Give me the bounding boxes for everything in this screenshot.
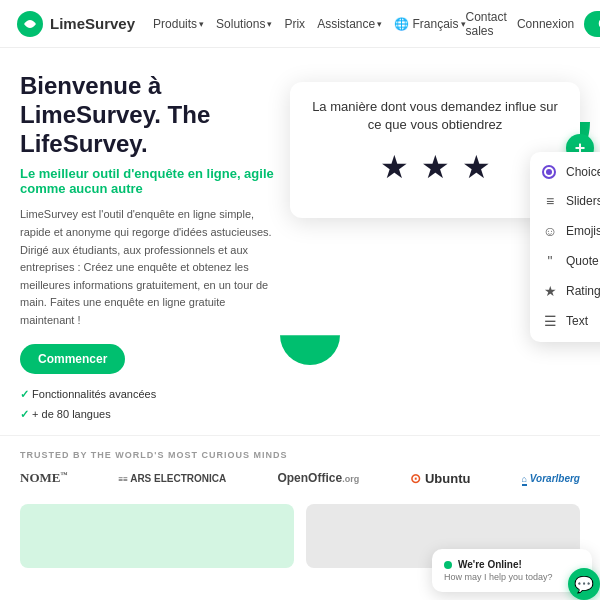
hero-title: Bienvenue à LimeSurvey. The LifeSurvey.: [20, 72, 274, 158]
star-3[interactable]: ★: [462, 148, 491, 186]
trusted-section: TRUSTED BY THE WORLD'S MOST CURIOUS MIND…: [0, 435, 600, 494]
nav-cta-button[interactable]: Commencez: [584, 11, 600, 37]
quote-icon: ": [542, 253, 558, 269]
preview-card-green: [20, 504, 294, 568]
survey-question: La manière dont vous demandez influe sur…: [306, 98, 564, 134]
chat-status: We're Online!: [458, 559, 522, 570]
chat-header: We're Online!: [444, 559, 580, 570]
logo-openoffice: OpenOffice.org: [277, 471, 359, 485]
hero-right: La manière dont vous demandez influe sur…: [290, 72, 580, 425]
dropdown-item-choice[interactable]: Choice: [530, 158, 600, 186]
feature-2: + de 80 langues: [20, 404, 274, 425]
hero-description: LimeSurvey est l'outil d'enquête en lign…: [20, 206, 274, 329]
rating-icon: ★: [542, 283, 558, 299]
survey-card: La manière dont vous demandez influe sur…: [290, 82, 580, 218]
quote-label: Quote: [566, 254, 599, 268]
chat-message: How may I help you today?: [444, 572, 580, 582]
dropdown-item-rating[interactable]: ★ Rating: [530, 276, 600, 306]
stars-row: ★ ★ ★: [306, 148, 564, 186]
logo-nome: NOME™: [20, 470, 67, 486]
logo-vorarlberg: ⌂ Vorarlberg: [522, 473, 580, 484]
nav-contact[interactable]: Contact sales: [466, 10, 507, 38]
nav-language[interactable]: 🌐 Français ▾: [394, 17, 465, 31]
nav-produits[interactable]: Produits ▾: [153, 17, 204, 31]
hero-subtitle: Le meilleur outil d'enquête en ligne, ag…: [20, 166, 274, 196]
feature-1: Fonctionnalités avancées: [20, 384, 274, 405]
choice-label: Choice: [566, 165, 600, 179]
question-type-dropdown: Choice ≡ Sliders ☺ Emojis " Quote: [530, 152, 600, 342]
hero-section: Bienvenue à LimeSurvey. The LifeSurvey. …: [0, 48, 600, 435]
hero-left: Bienvenue à LimeSurvey. The LifeSurvey. …: [20, 72, 274, 425]
logo[interactable]: LimeSurvey: [16, 10, 135, 38]
star-1[interactable]: ★: [380, 148, 409, 186]
emojis-label: Emojis: [566, 224, 600, 238]
logo-ubuntu: ⊙ Ubuntu: [410, 471, 470, 486]
green-decoration-small: [280, 305, 340, 365]
text-label: Text: [566, 314, 588, 328]
emojis-icon: ☺: [542, 223, 558, 239]
choice-icon: [542, 165, 558, 179]
dropdown-item-text[interactable]: ☰ Text: [530, 306, 600, 336]
rating-label: Rating: [566, 284, 600, 298]
sliders-label: Sliders: [566, 194, 600, 208]
dropdown-item-quote[interactable]: " Quote: [530, 246, 600, 276]
online-indicator: [444, 561, 452, 569]
navbar: LimeSurvey Produits ▾ Solutions ▾ Prix A…: [0, 0, 600, 48]
hero-features: Fonctionnalités avancées + de 80 langues: [20, 384, 274, 426]
logo-text: LimeSurvey: [50, 15, 135, 32]
logos-row: NOME™ ≡≡ ARS ELECTRONICA OpenOffice.org …: [20, 470, 580, 486]
sliders-icon: ≡: [542, 193, 558, 209]
dropdown-item-sliders[interactable]: ≡ Sliders: [530, 186, 600, 216]
nav-right: Contact sales Connexion Commencez: [466, 10, 600, 38]
nav-login[interactable]: Connexion: [517, 17, 574, 31]
nav-solutions[interactable]: Solutions ▾: [216, 17, 272, 31]
star-2[interactable]: ★: [421, 148, 450, 186]
text-icon: ☰: [542, 313, 558, 329]
nav-prix[interactable]: Prix: [284, 17, 305, 31]
chat-open-button[interactable]: 💬: [568, 568, 600, 600]
dropdown-item-emojis[interactable]: ☺ Emojis: [530, 216, 600, 246]
trusted-label: TRUSTED BY THE WORLD'S MOST CURIOUS MIND…: [20, 450, 580, 460]
chat-widget[interactable]: We're Online! How may I help you today? …: [432, 549, 592, 592]
nav-assistance[interactable]: Assistance ▾: [317, 17, 382, 31]
hero-cta-button[interactable]: Commencer: [20, 344, 125, 374]
nav-links: Produits ▾ Solutions ▾ Prix Assistance ▾…: [153, 17, 465, 31]
logo-ars-electronica: ≡≡ ARS ELECTRONICA: [119, 473, 227, 484]
